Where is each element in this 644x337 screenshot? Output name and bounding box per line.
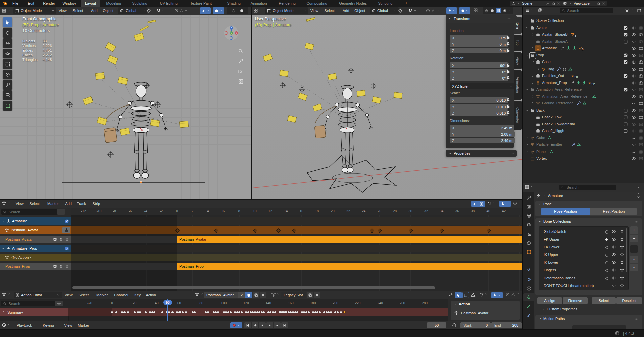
eye-icon[interactable] (631, 46, 636, 51)
summary-keyframe-dot[interactable] (334, 311, 336, 313)
search-expand-button[interactable] (55, 301, 63, 306)
summary-keyframe-dot[interactable] (207, 311, 209, 313)
rest-position-button[interactable]: Rest Position (590, 208, 637, 215)
solo-dot-icon[interactable] (605, 246, 608, 249)
editor-type-button[interactable] (2, 7, 12, 14)
dope-search-input[interactable] (8, 210, 57, 214)
outliner-row-plane[interactable]: Plane (523, 149, 644, 155)
blender-logo-icon[interactable] (3, 1, 8, 6)
viewport-right[interactable]: User Perspective(50) Prop | ArmatureTran… (252, 15, 522, 199)
action-menu-key[interactable]: Key (132, 291, 143, 299)
dope-proportional-button[interactable] (513, 201, 521, 206)
rotation-y-lock-icon[interactable] (506, 69, 510, 74)
bone-collection-row[interactable]: Fingers (539, 267, 628, 274)
move-up-button[interactable]: ▲ (630, 256, 638, 263)
summary-keyframe-dot[interactable] (137, 311, 139, 313)
workspace-tab-texture-paint[interactable]: Texture Paint (187, 0, 215, 7)
summary-keyframe-dot[interactable] (139, 311, 141, 313)
summary-keyframe-dot[interactable] (215, 311, 217, 313)
channel-object-armature_prop[interactable]: Armature_Prop (0, 245, 71, 252)
location-x-field[interactable]: X0 m (450, 35, 508, 41)
expand-arrow-icon[interactable] (531, 81, 535, 85)
star-icon[interactable] (620, 252, 624, 257)
show-overlays-button[interactable] (459, 7, 470, 14)
summary-keyframe-dot[interactable] (168, 311, 170, 313)
eye-closed-icon[interactable] (631, 150, 636, 154)
summary-keyframe-dot[interactable] (236, 311, 238, 313)
shading-mode-buttons[interactable] (483, 7, 513, 14)
properties-tab-object[interactable] (523, 248, 534, 256)
eye-icon[interactable] (631, 26, 636, 30)
star-icon[interactable] (620, 260, 624, 265)
summary-keyframe-dot[interactable] (205, 311, 207, 313)
footer-menu-marker[interactable]: Marker (76, 321, 91, 329)
camera-disabled-icon[interactable] (639, 142, 643, 147)
rotation-mode-dropdown[interactable]: XYZ Euler (450, 83, 515, 89)
summary-keyframe-dot[interactable] (223, 311, 225, 313)
custom-properties-header[interactable]: Custom Properties (541, 307, 577, 311)
summary-keyframe-dot[interactable] (305, 311, 307, 313)
dope-ruler[interactable]: -12-10-8-6-4-202468101214161820222426283… (71, 208, 522, 216)
summary-keyframe-dot[interactable] (263, 311, 265, 313)
dimensions-y-field[interactable]: Y2.08 m (450, 131, 515, 137)
expand-arrow-icon[interactable] (525, 150, 529, 154)
outliner-row-back[interactable]: Back (523, 107, 644, 114)
copy-slot-button[interactable] (307, 292, 313, 298)
outliner-row-case[interactable]: Case (523, 59, 644, 66)
expand-arrow-icon[interactable] (531, 46, 535, 50)
camera-disabled-icon[interactable] (639, 136, 643, 140)
current-frame-badge[interactable]: 50 (163, 300, 172, 305)
properties-search-input[interactable] (566, 185, 615, 190)
location-z-field[interactable]: Z0 m (450, 48, 508, 53)
outliner-row-armature[interactable]: Armature8 (523, 45, 644, 52)
workspace-tab-rendering[interactable]: Rendering (275, 0, 299, 7)
eye-closed-icon[interactable] (631, 101, 636, 106)
properties-search[interactable] (559, 185, 616, 190)
marquee-button[interactable] (462, 292, 469, 298)
show-overlays-button[interactable] (213, 7, 224, 14)
slot-pin-button[interactable] (62, 227, 70, 233)
camera-icon[interactable] (639, 39, 643, 44)
orientation-dropdown[interactable]: Global (118, 7, 147, 14)
jump-to-start-button[interactable] (244, 322, 251, 328)
scale-z-lock-icon[interactable] (506, 111, 510, 115)
editor-type-button[interactable] (2, 292, 10, 297)
action-name-field[interactable]: Postman_Avatar (204, 292, 238, 298)
jump-to-prev-keyframe-button[interactable] (252, 322, 258, 328)
pose-position-button[interactable]: Pose Position (541, 208, 590, 215)
remove-button[interactable]: Remove (563, 297, 588, 304)
workspace-tab-scripting[interactable]: Scripting (375, 0, 396, 7)
summary-keyframe-dot[interactable] (285, 311, 287, 313)
solo-dot-icon[interactable] (605, 254, 608, 257)
filter-mode-button[interactable] (525, 8, 534, 13)
outliner-row-armature-prop[interactable]: Armature_Prop22 (523, 80, 644, 86)
pivot-point-button[interactable] (146, 8, 151, 13)
summary-keyframe-dot[interactable] (269, 311, 271, 313)
bone-collection-row[interactable]: DON'T TOUCH (head rotation) (539, 282, 628, 290)
tool-rotate-button[interactable] (3, 49, 12, 58)
channel-slot-postman-avatar[interactable]: Postman_Avatar (0, 226, 71, 234)
eye-icon[interactable] (611, 237, 616, 242)
expand-arrow-icon[interactable] (525, 136, 529, 140)
properties-options-button[interactable] (637, 185, 641, 189)
panel-resize-grip-icon[interactable] (586, 290, 590, 295)
solo-dot-icon[interactable] (605, 230, 608, 234)
jump-to-end-button[interactable] (281, 322, 288, 328)
outliner-row-animation-area-reference[interactable]: Animation_Area_Reference (523, 86, 644, 93)
exclude-checkbox[interactable] (623, 115, 628, 120)
panel-grip-icon[interactable] (510, 151, 515, 156)
expand-arrow-icon[interactable] (525, 109, 529, 112)
exclude-checkbox[interactable] (623, 32, 628, 37)
properties-tab-output[interactable] (523, 212, 534, 220)
outliner-row-ground-reference[interactable]: Ground_Reference (523, 100, 644, 107)
outliner-row-prop[interactable]: Prop (523, 52, 644, 59)
summary-keyframe-dot[interactable] (134, 311, 136, 313)
camera-icon[interactable] (639, 94, 643, 99)
camera-disabled-icon[interactable] (639, 26, 643, 30)
dope-menu-strip[interactable]: Strip (90, 200, 103, 208)
topbar-menu-render[interactable]: Render (40, 0, 58, 7)
action-slot-icon[interactable] (195, 292, 203, 297)
eye-icon[interactable] (631, 129, 636, 133)
exclude-checkbox[interactable] (623, 74, 628, 78)
assign-button[interactable]: Assign (537, 297, 562, 304)
